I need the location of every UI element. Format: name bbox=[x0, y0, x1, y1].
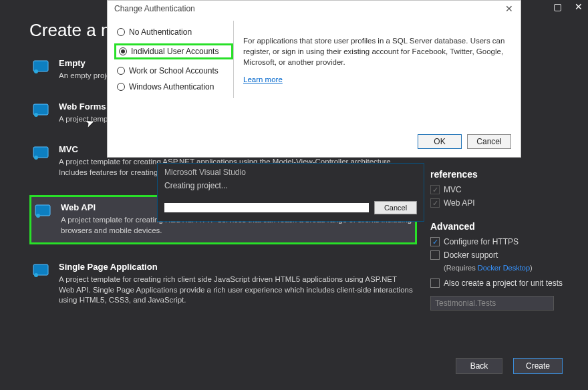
auth-description: For applications that store user profile… bbox=[243, 35, 507, 67]
radio-icon bbox=[117, 67, 125, 75]
reference-label: Web API bbox=[444, 198, 474, 208]
svg-point-9 bbox=[34, 273, 38, 277]
progress-title: Microsoft Visual Studio bbox=[158, 164, 424, 180]
svg-point-7 bbox=[36, 214, 40, 218]
docker-desktop-link[interactable]: Docker Desktop bbox=[478, 264, 530, 272]
learn-more-link[interactable]: Learn more bbox=[243, 75, 283, 83]
auth-option-individual[interactable]: Individual User Accounts bbox=[114, 43, 233, 59]
checkbox-label: Also create a project for unit tests bbox=[444, 278, 563, 288]
close-icon[interactable]: ✕ bbox=[569, 0, 588, 13]
svg-point-5 bbox=[34, 156, 38, 160]
checkbox-icon bbox=[430, 237, 440, 246]
advanced-section: Advanced Configure for HTTPS Docker supp… bbox=[430, 221, 568, 311]
back-button[interactable]: Back bbox=[456, 358, 502, 374]
template-icon bbox=[32, 144, 49, 162]
checkbox-icon bbox=[430, 250, 440, 260]
template-desc: A project template for creating rich cli… bbox=[59, 274, 414, 306]
radio-label: No Authentication bbox=[129, 27, 192, 37]
window-controls: ▢ ✕ bbox=[548, 0, 588, 13]
references-section: references MVC Web API bbox=[430, 169, 568, 208]
reference-label: MVC bbox=[444, 185, 462, 194]
template-icon bbox=[32, 102, 49, 119]
unit-tests-project-name bbox=[430, 296, 554, 311]
docker-requires: (Requires Docker Desktop) bbox=[444, 264, 568, 272]
svg-point-3 bbox=[34, 113, 38, 117]
checkbox-icon bbox=[430, 278, 440, 288]
checkbox-icon bbox=[430, 198, 440, 208]
cancel-button[interactable]: Cancel bbox=[467, 134, 511, 149]
checkbox-icon bbox=[430, 185, 440, 194]
checkbox-label: Docker support bbox=[444, 250, 498, 260]
auth-option-none[interactable]: No Authentication bbox=[117, 27, 231, 37]
template-name: Single Page Application bbox=[59, 262, 414, 272]
reference-webapi[interactable]: Web API bbox=[430, 198, 568, 208]
create-button[interactable]: Create bbox=[513, 358, 563, 374]
svg-point-1 bbox=[34, 69, 38, 73]
radio-icon bbox=[117, 83, 125, 91]
restore-icon[interactable]: ▢ bbox=[548, 0, 567, 13]
create-unit-tests[interactable]: Also create a project for unit tests bbox=[430, 278, 568, 288]
template-spa[interactable]: Single Page Application A project templa… bbox=[29, 259, 417, 309]
advanced-heading: Advanced bbox=[430, 221, 568, 232]
docker-support[interactable]: Docker support bbox=[430, 250, 568, 260]
auth-option-workschool[interactable]: Work or School Accounts bbox=[117, 66, 231, 75]
radio-icon bbox=[119, 47, 127, 55]
progress-message: Creating project... bbox=[158, 180, 424, 198]
auth-options: No Authentication Individual User Accoun… bbox=[117, 21, 234, 98]
wizard-buttons: Back Create bbox=[456, 358, 563, 374]
reference-mvc[interactable]: MVC bbox=[430, 185, 568, 194]
template-icon bbox=[32, 58, 49, 75]
references-heading: references bbox=[430, 169, 568, 180]
radio-icon bbox=[117, 28, 125, 36]
progress-cancel-button[interactable]: Cancel bbox=[374, 201, 417, 214]
configure-https[interactable]: Configure for HTTPS bbox=[430, 237, 568, 246]
close-icon[interactable]: ✕ bbox=[502, 3, 517, 14]
ok-button[interactable]: OK bbox=[418, 134, 462, 149]
auth-option-windows[interactable]: Windows Authentication bbox=[117, 82, 231, 91]
template-icon bbox=[34, 202, 51, 220]
template-icon bbox=[32, 262, 49, 279]
progress-bar bbox=[164, 203, 369, 212]
radio-label: Work or School Accounts bbox=[129, 66, 218, 75]
radio-label: Windows Authentication bbox=[129, 82, 214, 91]
change-authentication-dialog: Change Authentication ✕ No Authenticatio… bbox=[107, 0, 521, 158]
creating-project-dialog: Microsoft Visual Studio Creating project… bbox=[157, 163, 424, 222]
radio-label: Individual User Accounts bbox=[131, 47, 218, 56]
checkbox-label: Configure for HTTPS bbox=[444, 237, 519, 246]
auth-dialog-title: Change Authentication bbox=[114, 4, 195, 13]
auth-description-panel: For applications that store user profile… bbox=[243, 21, 507, 98]
